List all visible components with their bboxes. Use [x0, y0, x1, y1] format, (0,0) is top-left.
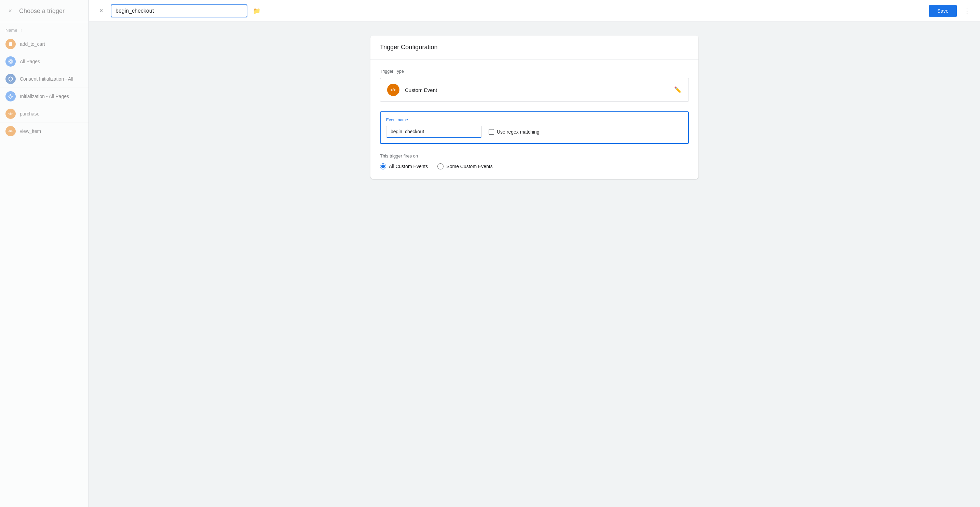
trigger-config-card: Trigger Configuration Trigger Type </> C…: [371, 35, 698, 179]
all-custom-events-label: All Custom Events: [389, 164, 428, 169]
card-body: Trigger Type </> Custom Event ✏️ Event n…: [371, 59, 698, 179]
content-area: Trigger Configuration Trigger Type </> C…: [89, 22, 980, 507]
custom-event-icon: </>: [387, 84, 399, 96]
save-button[interactable]: Save: [929, 5, 957, 17]
trigger-name-input[interactable]: [111, 5, 247, 17]
svg-text:</>: </>: [391, 88, 396, 92]
list-item[interactable]: Initialization - All Pages: [0, 88, 89, 105]
sort-icon: ↑: [20, 28, 22, 33]
regex-checkbox[interactable]: [488, 129, 494, 135]
sidebar: × Choose a trigger Name ↑ </> add_to_car…: [0, 0, 89, 507]
sidebar-item-label: Consent Initialization - All: [20, 76, 73, 82]
fires-on-options: All Custom Events Some Custom Events: [380, 163, 689, 170]
main-area: × 📁 Save ⋮ Trigger Configuration Trigger…: [89, 0, 980, 507]
folder-icon[interactable]: 📁: [253, 7, 260, 15]
regex-label-text: Use regex matching: [497, 129, 539, 135]
card-title: Trigger Configuration: [380, 44, 438, 51]
event-name-input[interactable]: [386, 126, 482, 138]
sidebar-header: × Choose a trigger: [0, 0, 89, 22]
event-name-section: Event name Use regex matching: [380, 111, 689, 144]
sidebar-item-label: add_to_cart: [20, 41, 45, 47]
edit-trigger-type-button[interactable]: ✏️: [674, 86, 682, 94]
trigger-type-row: </> Custom Event ✏️: [380, 78, 689, 102]
svg-point-2: [8, 59, 13, 64]
list-item[interactable]: </> view_item: [0, 122, 89, 140]
trigger-type-label: Trigger Type: [380, 69, 689, 74]
trigger-type-icon: [5, 91, 16, 102]
topbar: × 📁 Save ⋮: [89, 0, 980, 22]
more-options-button[interactable]: ⋮: [961, 5, 973, 17]
trigger-type-icon: </>: [5, 39, 16, 49]
list-item[interactable]: All Pages: [0, 53, 89, 70]
sidebar-close-button[interactable]: ×: [5, 6, 15, 16]
list-item[interactable]: </> purchase: [0, 105, 89, 122]
card-header: Trigger Configuration: [371, 35, 698, 59]
all-custom-events-option[interactable]: All Custom Events: [380, 163, 428, 170]
regex-checkbox-label[interactable]: Use regex matching: [488, 129, 539, 135]
fires-on-label: This trigger fires on: [380, 153, 689, 159]
all-custom-events-radio[interactable]: [380, 163, 386, 170]
event-name-row: Use regex matching: [386, 126, 683, 138]
trigger-type-icon: [5, 74, 16, 84]
trigger-type-icon: [5, 56, 16, 67]
svg-point-3: [10, 96, 11, 97]
list-item[interactable]: </> add_to_cart: [0, 35, 89, 53]
list-item[interactable]: Consent Initialization - All: [0, 70, 89, 88]
topbar-close-button[interactable]: ×: [95, 5, 107, 16]
some-custom-events-label: Some Custom Events: [446, 164, 492, 169]
sidebar-item-label: purchase: [20, 111, 40, 116]
svg-text:</>: </>: [8, 129, 13, 133]
list-header: Name ↑: [0, 25, 89, 35]
some-custom-events-option[interactable]: Some Custom Events: [438, 163, 492, 170]
fires-on-section: This trigger fires on All Custom Events …: [380, 153, 689, 170]
trigger-type-name: Custom Event: [405, 87, 669, 93]
trigger-type-icon: </>: [5, 126, 16, 136]
sidebar-item-label: Initialization - All Pages: [20, 94, 69, 99]
trigger-list: Name ↑ </> add_to_cart All Pages Consent…: [0, 22, 89, 143]
some-custom-events-radio[interactable]: [438, 163, 444, 170]
event-name-label: Event name: [386, 118, 683, 122]
trigger-type-icon: </>: [5, 109, 16, 119]
sidebar-title: Choose a trigger: [19, 8, 65, 15]
sidebar-item-label: All Pages: [20, 59, 40, 64]
sidebar-item-label: view_item: [20, 129, 41, 134]
svg-point-1: [10, 60, 12, 63]
name-column-label: Name: [5, 28, 18, 33]
svg-text:</>: </>: [9, 42, 13, 45]
svg-text:</>: </>: [8, 112, 13, 116]
